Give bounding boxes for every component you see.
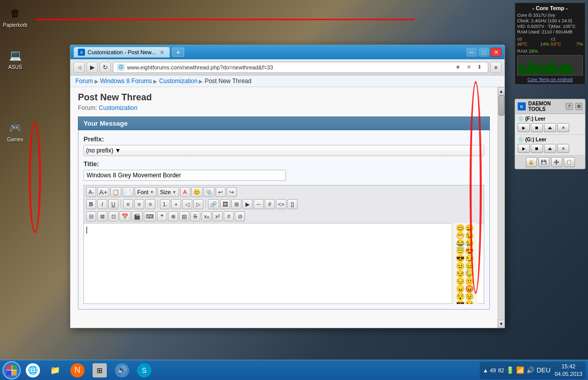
taskbar-volume[interactable]: 🔊 (112, 361, 132, 379)
list-ordered-btn[interactable]: 1. (160, 199, 170, 209)
desktop-icon-games[interactable]: 🎮 Games (3, 120, 28, 142)
list-unordered-btn[interactable]: • (171, 199, 181, 209)
tray-hidden-count[interactable]: ▲ 49 (483, 367, 496, 373)
emoji-pensive[interactable]: 😔 (456, 278, 465, 285)
emoji-happy[interactable]: 😁 (456, 232, 465, 239)
italic-btn[interactable]: I (97, 199, 107, 209)
emoji-angry[interactable]: 😠 (456, 285, 465, 292)
bookmarks-icon[interactable]: ★ (453, 63, 463, 72)
breadcrumb-win8forums[interactable]: Windows 8 Forums (100, 78, 152, 85)
smiley-btn[interactable]: 😊 (191, 187, 202, 197)
php-btn[interactable]: ⌨ (144, 211, 156, 221)
indent-more-btn[interactable]: ▷ (193, 199, 203, 209)
table-col-btn[interactable]: ⊠ (97, 211, 107, 221)
tab-close-btn[interactable]: ✕ (158, 49, 165, 56)
desktop-icon-asus[interactable]: 💻 ASUS (3, 47, 28, 70)
desktop-icon-papierkorb[interactable]: 🗑 Papierkorb (3, 5, 28, 28)
sup-btn[interactable]: x² (213, 211, 223, 221)
maximize-btn[interactable]: □ (478, 48, 489, 57)
table-row-btn[interactable]: ⊡ (108, 211, 118, 221)
sub-btn[interactable]: x₂ (201, 211, 212, 221)
quote-btn[interactable]: ❝ (157, 211, 167, 221)
tray-hidden-count2[interactable]: 82 (498, 367, 504, 373)
stop-btn[interactable]: ⊗ (168, 211, 178, 221)
emoji-sunglasses[interactable]: 😎 (456, 300, 465, 304)
table-insert-btn[interactable]: ⊟ (86, 211, 96, 221)
breadcrumb-customization[interactable]: Customization (159, 78, 197, 85)
strike-btn[interactable]: S (190, 211, 200, 221)
emoji-cool[interactable]: 😎 (456, 255, 465, 262)
title-input[interactable] (83, 170, 286, 181)
font-dropdown[interactable]: Font ▼ (135, 187, 156, 197)
new-tab-btn[interactable]: + (172, 48, 184, 57)
taskbar-explorer[interactable]: 📁 (45, 361, 65, 379)
emoji-smile[interactable]: 😊 (456, 224, 465, 232)
daemon-stop-g[interactable]: ⏹ (531, 144, 543, 153)
tray-battery-icon[interactable]: 🔋 (506, 366, 514, 374)
start-button[interactable] (3, 361, 21, 379)
emoji-rage[interactable]: 😡 (465, 285, 474, 292)
bold-btn[interactable]: B (86, 199, 96, 209)
insert-btn[interactable]: 📎 (203, 187, 215, 197)
link-btn[interactable]: 🔗 (208, 199, 219, 209)
close-btn[interactable]: ✕ (490, 48, 501, 57)
copy-btn[interactable]: 📋 (110, 187, 121, 197)
taskbar-chrome[interactable]: 🌐 (23, 361, 43, 379)
taskbar-napster[interactable]: N (67, 361, 88, 379)
font-size-increase-btn[interactable]: A+ (97, 187, 109, 197)
video-btn[interactable]: ▶ (242, 199, 253, 209)
undo-btn[interactable]: ↩ (216, 187, 226, 197)
spoiler-btn[interactable]: [] (287, 199, 298, 209)
hash2-btn[interactable]: # (224, 211, 234, 221)
breadcrumb-forum[interactable]: Forum (75, 78, 93, 85)
scroll-down-btn[interactable]: ▼ (498, 320, 505, 328)
emoji-angel[interactable]: 😇 (456, 247, 465, 254)
tray-network-icon[interactable]: 📶 (516, 366, 524, 374)
font-color-btn[interactable]: A (180, 187, 190, 197)
daemon-eject-g[interactable]: ⏏ (544, 144, 556, 153)
indent-less-btn[interactable]: ◁ (182, 199, 192, 209)
image-btn[interactable]: 🖼 (220, 199, 230, 209)
prefix-select[interactable]: (no prefix) ▼ (83, 145, 484, 156)
daemon-plus-btn[interactable]: ➕ (551, 157, 562, 167)
align-justify-btn[interactable]: ▤ (179, 211, 189, 221)
align-center-btn[interactable]: ≡ (134, 199, 144, 209)
back-btn[interactable]: ◀ (73, 62, 85, 73)
clear-btn[interactable]: ⊘ (235, 211, 245, 221)
forward-btn[interactable]: ▶ (87, 62, 98, 73)
daemon-help-btn[interactable]: ? (566, 103, 573, 110)
daemon-save-btn[interactable]: 💾 (538, 157, 550, 167)
emoji-neutral[interactable]: 😐 (456, 262, 465, 270)
table-btn[interactable]: ⊞ (231, 199, 241, 209)
emoji-thinking[interactable]: 😏 (465, 300, 474, 304)
code-btn[interactable]: <> (276, 199, 286, 209)
emoji-hushed[interactable]: 😯 (456, 293, 465, 300)
scroll-up-btn[interactable]: ▲ (498, 87, 505, 95)
tray-volume-icon[interactable]: 🔊 (526, 366, 534, 374)
font-size-decrease-btn[interactable]: A- (86, 187, 96, 197)
align-right-btn[interactable]: ≡ (145, 199, 155, 209)
hash-btn[interactable]: # (265, 199, 275, 209)
daemon-play-f[interactable]: ▶ (518, 123, 530, 132)
address-bar[interactable]: 🌐 www.eightforums.com/newthread.php?do=n… (113, 62, 488, 73)
refresh-btn[interactable]: ↻ (100, 62, 111, 73)
daemon-extra-btn[interactable]: 📋 (564, 157, 575, 167)
underline-btn[interactable]: U (108, 199, 118, 209)
forum-link[interactable]: Customization (99, 104, 137, 111)
calendar-btn[interactable]: 📅 (119, 211, 131, 221)
tray-language[interactable]: DEU (536, 366, 550, 374)
daemon-eject-f[interactable]: ⏏ (544, 123, 556, 132)
media-btn[interactable]: 🎬 (132, 211, 143, 221)
daemon-x-f[interactable]: ✕ (557, 123, 569, 132)
core-temp-android-link[interactable]: Core Temp on Android (517, 77, 583, 82)
address-x-icon[interactable]: ✕ (464, 63, 473, 72)
daemon-stop-f[interactable]: ⏹ (531, 123, 543, 132)
tray-clock[interactable]: 15:42 04.05.2013 (555, 363, 582, 377)
browser-tab-active[interactable]: 8 Customization - Post New... ✕ (73, 47, 170, 58)
editor-area[interactable] (83, 223, 484, 304)
redo-btn[interactable]: ↪ (227, 187, 237, 197)
emoji-worried[interactable]: 😟 (465, 293, 474, 300)
emoji-unamused[interactable]: 😒 (456, 270, 465, 277)
daemon-x-g[interactable]: ✕ (557, 144, 569, 153)
taskbar-security[interactable]: ⊞ (90, 361, 110, 379)
